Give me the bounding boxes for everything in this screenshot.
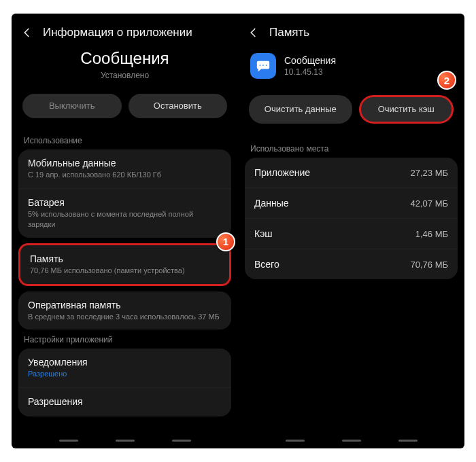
storage-title: Память	[30, 253, 220, 264]
battery-title: Батарея	[28, 197, 222, 208]
storage-breakdown: Приложение 27,23 МБ Данные 42,07 МБ Кэш …	[245, 158, 458, 279]
messages-app-icon	[250, 53, 276, 79]
row-total-val: 70,76 МБ	[410, 260, 448, 270]
back-icon[interactable]	[248, 26, 260, 39]
notifications-item[interactable]: Уведомления Разрешено	[18, 349, 231, 388]
ram-title: Оперативная память	[28, 300, 222, 310]
clear-cache-button[interactable]: Очистить кэш	[359, 95, 454, 124]
header: Память	[239, 16, 463, 45]
clear-data-button[interactable]: Очистить данные	[249, 95, 352, 124]
row-cache-key: Кэш	[254, 228, 273, 239]
back-icon[interactable]	[21, 26, 33, 39]
right-phone: Память Сообщения 10.1.45.13 Очистить дан…	[239, 16, 463, 446]
page-title: Память	[269, 26, 309, 39]
usage-list: Мобильные данные С 19 апр. использовано …	[18, 149, 231, 238]
section-used-label: Использовано места	[239, 139, 463, 158]
row-cache: Кэш 1,46 МБ	[245, 219, 458, 249]
row-app-key: Приложение	[254, 167, 310, 178]
battery-sub: 5% использовано с момента последней полн…	[28, 209, 222, 230]
section-appsettings-label: Настройки приложений	[13, 330, 237, 349]
row-data-key: Данные	[254, 198, 289, 209]
app-status: Установлено	[13, 71, 237, 80]
app-version: 10.1.45.13	[284, 67, 336, 77]
row-total-key: Всего	[254, 259, 279, 270]
nav-bar	[13, 440, 237, 442]
usage-list-2: Оперативная память В среднем за последни…	[18, 291, 231, 330]
ram-sub: В среднем за последние 3 часа использова…	[28, 312, 222, 322]
callout-badge-2: 2	[437, 71, 456, 90]
row-total: Всего 70,76 МБ	[245, 249, 458, 279]
ram-item[interactable]: Оперативная память В среднем за последни…	[18, 291, 231, 330]
mobile-data-title: Мобильные данные	[28, 158, 222, 168]
row-app: Приложение 27,23 МБ	[245, 158, 458, 188]
storage-sub: 70,76 МБ использовано (памяти устройства…	[30, 266, 220, 276]
mobile-data-item[interactable]: Мобильные данные С 19 апр. использовано …	[18, 149, 231, 189]
disable-button[interactable]: Выключить	[22, 94, 122, 118]
mobile-data-sub: С 19 апр. использовано 620 КБ/130 Гб	[28, 170, 222, 180]
app-name: Сообщения	[284, 55, 336, 66]
app-hero: Сообщения Установлено	[13, 45, 237, 90]
nav-bar	[239, 440, 463, 442]
page-title: Информация о приложении	[43, 26, 192, 39]
clear-cache-highlight: Очистить кэш 2	[359, 95, 454, 124]
battery-item[interactable]: Батарея 5% использовано с момента послед…	[18, 189, 231, 238]
row-data: Данные 42,07 МБ	[245, 188, 458, 219]
row-cache-val: 1,46 МБ	[415, 229, 448, 239]
header: Информация о приложении	[13, 16, 237, 45]
storage-item[interactable]: Память 70,76 МБ использовано (памяти уст…	[18, 243, 231, 286]
row-data-val: 42,07 МБ	[410, 198, 448, 209]
notifications-sub: Разрешено	[28, 369, 222, 379]
permissions-title: Разрешения	[28, 396, 222, 407]
storage-highlight: Память 70,76 МБ использовано (памяти уст…	[18, 243, 231, 286]
force-stop-button[interactable]: Остановить	[129, 94, 228, 118]
permissions-item[interactable]: Разрешения	[18, 388, 231, 416]
notifications-title: Уведомления	[28, 357, 222, 368]
section-usage-label: Использование	[13, 130, 237, 149]
row-app-val: 27,23 МБ	[410, 168, 448, 178]
app-name: Сообщения	[13, 49, 237, 68]
left-phone: Информация о приложении Сообщения Устано…	[13, 16, 237, 446]
app-settings-list: Уведомления Разрешено Разрешения	[18, 349, 231, 416]
app-row: Сообщения 10.1.45.13	[239, 45, 463, 91]
callout-badge-1: 1	[216, 232, 235, 251]
